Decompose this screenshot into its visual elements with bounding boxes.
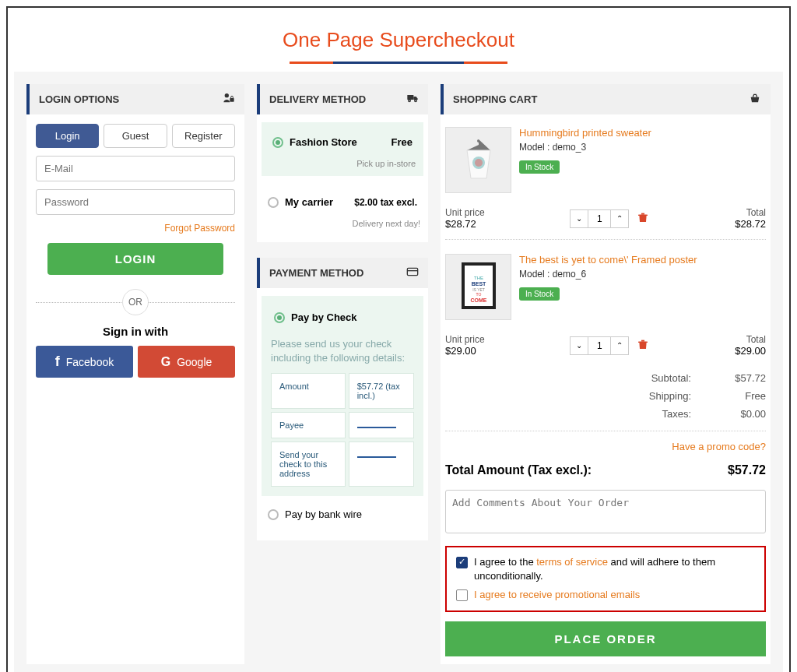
svg-point-0 xyxy=(225,93,229,97)
payment-opt2-name: Pay by bank wire xyxy=(285,508,362,520)
subtotal-val: $57.72 xyxy=(719,372,766,384)
quantity-stepper[interactable]: ⌄ 1 ⌃ xyxy=(570,336,629,355)
product-thumb: THEBESTIS YETTOCOME xyxy=(445,254,511,320)
pay-payee-label: Payee xyxy=(271,412,346,438)
forgot-password-link[interactable]: Forgot Password xyxy=(36,223,235,234)
terms-text: I agree to the terms of service and will… xyxy=(474,555,755,583)
qty-down[interactable]: ⌄ xyxy=(570,336,588,355)
pay-amount-label: Amount xyxy=(271,373,346,409)
stock-badge: In Stock xyxy=(519,160,560,174)
signin-with-label: Sign in with xyxy=(36,325,235,338)
line-total: $29.00 xyxy=(735,345,766,357)
taxes-val: $0.00 xyxy=(719,408,766,420)
svg-text:TO: TO xyxy=(476,292,481,297)
grand-total-label: Total Amount (Tax excl.): xyxy=(445,463,592,477)
trash-icon[interactable] xyxy=(637,338,649,354)
svg-text:THE: THE xyxy=(474,276,483,280)
line-total: $28.72 xyxy=(735,218,766,230)
delivery-opt2-name: My carrier xyxy=(285,196,333,208)
title-underline xyxy=(290,62,507,64)
item-name[interactable]: The best is yet to come\' Framed poster xyxy=(519,254,766,266)
truck-icon xyxy=(406,92,419,107)
unit-price: $29.00 xyxy=(445,345,485,357)
pay-addr-val xyxy=(349,442,414,487)
unit-price-label: Unit price xyxy=(445,207,485,218)
promo-emails-text: I agree to receive promotional emails xyxy=(474,588,640,602)
shipping-val: Free xyxy=(719,390,766,402)
email-field[interactable] xyxy=(36,156,235,181)
radio-icon xyxy=(268,197,279,208)
facebook-icon: f xyxy=(55,354,60,370)
consent-box: I agree to the terms of service and will… xyxy=(445,546,766,612)
payment-opt1-name: Pay by Check xyxy=(291,311,357,323)
delivery-opt2-sub: Delivery next day! xyxy=(265,219,420,228)
cart-heading: SHOPPING CART xyxy=(441,84,771,114)
svg-text:COME: COME xyxy=(470,297,486,303)
google-button[interactable]: G Google xyxy=(138,346,235,378)
qty-up[interactable]: ⌃ xyxy=(610,336,629,355)
delivery-option-2[interactable]: My carrier $2.00 tax excl. Delivery next… xyxy=(262,184,423,234)
qty-value: 1 xyxy=(588,209,610,228)
svg-point-8 xyxy=(475,159,483,167)
delivery-opt1-sub: Pick up in-store xyxy=(269,159,416,168)
facebook-label: Facebook xyxy=(66,356,114,368)
subtotal-label: Subtotal: xyxy=(651,372,691,384)
radio-icon xyxy=(274,312,285,323)
delivery-heading: DELIVERY METHOD xyxy=(257,84,428,114)
unit-price-label: Unit price xyxy=(445,334,485,345)
pay-addr-label: Send your check to this address xyxy=(271,442,346,487)
payment-note: Please send us your check including the … xyxy=(271,337,414,365)
delivery-option-1[interactable]: Fashion Store Free Pick up in-store xyxy=(262,122,423,176)
quantity-stepper[interactable]: ⌄ 1 ⌃ xyxy=(570,209,629,228)
delivery-opt2-price: $2.00 tax excl. xyxy=(354,197,417,208)
tab-register[interactable]: Register xyxy=(172,124,235,148)
payment-option-2[interactable]: Pay by bank wire xyxy=(262,496,423,533)
place-order-button[interactable]: PLACE ORDER xyxy=(445,621,766,656)
login-heading-text: LOGIN OPTIONS xyxy=(39,93,119,105)
grand-total-val: $57.72 xyxy=(728,463,766,477)
tab-login[interactable]: Login xyxy=(36,124,99,148)
qty-value: 1 xyxy=(588,336,610,355)
user-lock-icon xyxy=(223,92,235,107)
payment-option-1[interactable]: Pay by Check Please send us your check i… xyxy=(262,296,423,496)
pay-amount-val: $57.72 (tax incl.) xyxy=(349,373,414,409)
radio-icon xyxy=(268,509,279,520)
page-title: One Page Supercheckout xyxy=(14,14,783,62)
terms-link[interactable]: terms of service xyxy=(536,556,608,568)
item-model: Model : demo_3 xyxy=(519,142,766,153)
terms-checkbox[interactable] xyxy=(456,557,468,568)
promo-code-link[interactable]: Have a promo code? xyxy=(445,431,766,452)
or-divider: OR xyxy=(122,289,149,315)
google-icon: G xyxy=(161,355,170,369)
login-heading: LOGIN OPTIONS xyxy=(26,84,244,114)
order-comment[interactable] xyxy=(445,490,766,533)
cart-item: THEBESTIS YETTOCOME The best is yet to c… xyxy=(445,249,766,328)
pay-payee-val xyxy=(349,412,414,438)
facebook-button[interactable]: f Facebook xyxy=(36,346,133,378)
cart-item: Hummingbird printed sweater Model : demo… xyxy=(445,122,766,201)
line-total-label: Total xyxy=(735,334,766,345)
line-total-label: Total xyxy=(735,207,766,218)
stock-badge: In Stock xyxy=(519,287,560,301)
promo-emails-checkbox[interactable] xyxy=(456,589,468,601)
payment-heading-text: PAYMENT METHOD xyxy=(269,267,363,279)
svg-point-2 xyxy=(409,100,411,102)
login-button[interactable]: LOGIN xyxy=(47,243,223,275)
tab-guest[interactable]: Guest xyxy=(104,124,167,148)
radio-icon xyxy=(272,137,283,148)
delivery-opt1-name: Fashion Store xyxy=(290,136,357,148)
trash-icon[interactable] xyxy=(637,211,649,227)
delivery-opt1-price: Free xyxy=(391,136,413,148)
qty-up[interactable]: ⌃ xyxy=(610,209,629,228)
google-label: Google xyxy=(177,356,212,368)
shipping-label: Shipping: xyxy=(649,390,691,402)
item-name[interactable]: Hummingbird printed sweater xyxy=(519,127,766,139)
payment-heading: PAYMENT METHOD xyxy=(257,258,428,288)
qty-down[interactable]: ⌄ xyxy=(570,209,588,228)
password-field[interactable] xyxy=(36,189,235,215)
svg-rect-4 xyxy=(407,268,417,275)
divider xyxy=(445,239,766,240)
svg-text:BEST: BEST xyxy=(471,281,486,287)
item-model: Model : demo_6 xyxy=(519,269,766,280)
cart-heading-text: SHOPPING CART xyxy=(453,93,537,105)
